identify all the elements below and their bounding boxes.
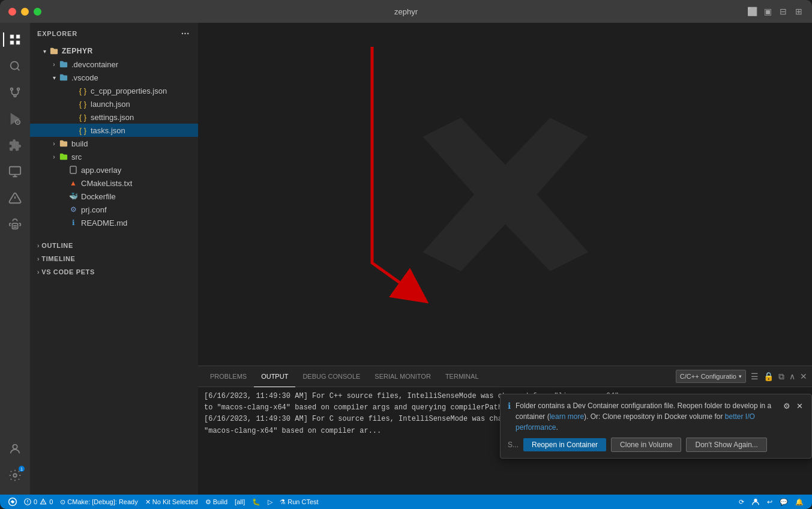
tree-item-cmakelists[interactable]: ▲ CMakeLists.txt [30,176,198,190]
status-comment[interactable]: 💬 [776,495,792,509]
sidebar: Explorer ··· ZEPHYR [30,23,198,495]
tree-item-vscode[interactable]: .vscode [30,71,198,84]
filter-select-label: C/C++ Configuratio [680,373,736,380]
output-filter-select[interactable]: C/C++ Configuratio ▾ [676,370,746,383]
sidebar-section-timeline[interactable]: › TIMELINE [30,252,198,265]
devcontainer-label: .devcontainer [71,60,118,69]
activity-bar-bottom: 1 [3,437,27,495]
status-debug-btn[interactable]: 🐛 [248,495,264,509]
activity-run-debug[interactable] [3,107,27,131]
status-cmake[interactable]: ⊙ CMake: [Debug]: Ready [56,495,141,509]
status-build-target[interactable]: [all] [231,495,248,509]
app-overlay-label: app.overlay [81,166,121,175]
activity-source-control[interactable] [3,80,27,104]
undo-icon: ↩ [767,498,772,506]
tree-item-settings-json[interactable]: { } settings.json [30,110,198,124]
tree-item-dockerfile[interactable]: 🐳 Dockerfile [30,190,198,203]
svg-point-2 [17,88,20,91]
tab-problems-label: PROBLEMS [210,373,247,380]
tab-debug-console[interactable]: DEBUG CONSOLE [295,366,367,387]
status-undo[interactable]: ↩ [763,495,776,509]
notification-close-icon[interactable]: ✕ [795,400,804,412]
panel-list-icon[interactable]: ☰ [751,372,759,381]
tab-debug-console-label: DEBUG CONSOLE [302,373,360,380]
cmake-icon: ▲ [68,178,78,188]
src-label: src [71,152,82,161]
status-sync[interactable]: ⟳ [735,495,748,509]
maximize-button[interactable] [34,8,41,16]
dockerfile-label: Dockerfile [81,192,116,201]
learn-more-link[interactable]: learn more [550,412,584,421]
c-cpp-icon: { } [78,86,88,95]
sidebar-toggle-icon[interactable]: ⬜ [747,7,757,16]
tab-output[interactable]: OUTPUT [254,366,295,387]
panel-copy-icon[interactable]: ⧉ [778,372,784,382]
status-bell[interactable]: 🔔 [792,495,807,509]
title-bar: zephyr ⬜ ▣ ⊟ ⊞ [0,0,812,23]
tree-item-src[interactable]: src [30,150,198,163]
tree-item-build[interactable]: build [30,137,198,150]
devcontainer-icon [59,59,68,69]
activity-search[interactable] [3,54,27,78]
reopen-container-button[interactable]: Reopen in Container [523,438,606,451]
status-no-kit[interactable]: ✕ No Kit Selected [142,495,202,509]
tab-problems[interactable]: PROBLEMS [203,366,254,387]
debug-icon: 🐛 [252,498,260,506]
activity-remote[interactable] [3,160,27,184]
tree-item-readme[interactable]: ℹ README.md [30,216,198,229]
panel-maximize-icon[interactable]: ∧ [789,372,795,381]
notification-popup: ℹ Folder contains a Dev Container config… [500,394,812,459]
clone-volume-button[interactable]: Clone in Volume [611,438,681,452]
tree-item-tasks-json[interactable]: { } tasks.json [30,124,198,137]
prj-icon: ⚙ [68,205,78,214]
activity-explorer[interactable] [3,28,27,52]
status-remote[interactable] [5,495,20,509]
vscode-window: zephyr ⬜ ▣ ⊟ ⊞ [0,0,812,509]
activity-alerts[interactable] [3,186,27,210]
sidebar-section-vs-code-pets[interactable]: › VS CODE PETS [30,265,198,279]
cmake-status-label: ⊙ CMake: [Debug]: Ready [60,498,137,506]
tree-item-c-cpp-properties[interactable]: { } c_cpp_properties.json [30,84,198,97]
minimize-button[interactable] [21,8,29,16]
outline-chevron-icon: › [37,242,39,249]
notification-gear-icon[interactable]: ⚙ [782,400,792,412]
status-errors-warnings[interactable]: 0 0 [20,495,56,509]
close-button[interactable] [8,8,16,16]
activity-extensions[interactable] [3,133,27,157]
tab-terminal[interactable]: TERMINAL [438,366,486,387]
settings-json-label: settings.json [91,113,134,122]
activity-account[interactable] [3,437,27,461]
tree-item-prj-conf[interactable]: ⚙ prj.conf [30,203,198,216]
tasks-label: tasks.json [91,126,125,135]
activity-settings[interactable]: 1 [3,463,27,487]
status-ctest[interactable]: ⚗ Run CTest [276,495,322,509]
status-account-remote[interactable] [748,495,763,509]
timeline-chevron-icon: › [37,256,39,262]
build-chevron [49,139,59,148]
more-actions-button[interactable]: ··· [180,28,191,40]
tree-item-launch-json[interactable]: { } launch.json [30,97,198,110]
svg-point-1 [11,88,13,91]
readme-icon: ℹ [68,218,78,227]
activity-bar: 1 [0,23,30,495]
split-icon[interactable]: ⊟ [778,7,788,16]
panel-area: PROBLEMS OUTPUT DEBUG CONSOLE SERIAL MON… [198,366,812,495]
pets-label: VS CODE PETS [41,268,95,276]
sidebar-section-outline[interactable]: › OUTLINE [30,239,198,252]
dont-show-again-button[interactable]: Don't Show Again... [686,438,766,452]
layout-icon[interactable]: ▣ [763,7,772,16]
activity-debug[interactable] [3,212,27,236]
status-build[interactable]: ⚙ Build [202,495,232,509]
tree-item-app-overlay[interactable]: app.overlay [30,163,198,176]
panel-close-icon[interactable]: ✕ [800,372,807,381]
customize-icon[interactable]: ⊞ [794,7,804,16]
tab-serial-monitor[interactable]: SERIAL MONITOR [367,366,438,387]
tree-item-devcontainer[interactable]: .devcontainer [30,58,198,71]
timeline-label: TIMELINE [41,255,75,262]
red-arrow [288,35,468,323]
src-icon [59,152,68,161]
panel-lock-icon[interactable]: 🔒 [763,372,774,381]
error-count: 0 [34,498,37,505]
tree-root-zephyr[interactable]: ZEPHYR [30,44,198,58]
status-run-btn[interactable]: ▷ [264,495,276,509]
